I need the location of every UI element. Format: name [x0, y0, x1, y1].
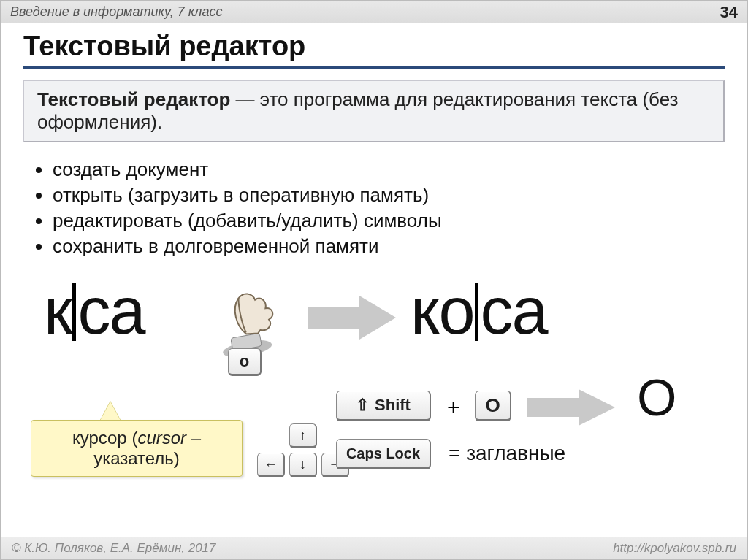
footer-url: http://kpolyakov.spb.ru: [613, 541, 736, 556]
shift-arrow-icon: ⇧: [356, 396, 369, 415]
definition-box: Текстовый редактор — это программа для р…: [23, 80, 725, 142]
definition-dash: —: [230, 88, 259, 110]
subject-label: Введение в информатику, 7 класс: [10, 4, 222, 20]
word-part: к: [44, 274, 71, 349]
svg-marker-2: [308, 296, 396, 340]
arrow-right-icon: [308, 296, 396, 340]
slide-title: Текстовый редактор: [23, 31, 725, 62]
caps-equals-text: = заглавные: [449, 442, 565, 465]
list-item: создать документ: [53, 158, 725, 181]
word-part: са: [77, 274, 144, 349]
bullet-list: создать документ открыть (загрузить в оп…: [53, 156, 725, 261]
text-cursor-icon: [475, 283, 478, 341]
copyright: © К.Ю. Поляков, Е.А. Ерёмин, 2017: [12, 541, 216, 556]
plus-sign: +: [447, 395, 460, 420]
page-number: 34: [720, 3, 738, 22]
word-after: ко са: [411, 274, 547, 349]
svg-marker-3: [527, 389, 615, 426]
callout-tail: [100, 402, 121, 421]
capslock-key: Caps Lock: [336, 439, 431, 469]
title-area: Текстовый редактор: [1, 23, 747, 72]
list-item: редактировать (добавить/удалить) символы: [53, 210, 725, 232]
arrow-up-key: ↑: [289, 423, 317, 448]
slide: Введение в информатику, 7 класс 34 Текст…: [0, 0, 748, 560]
title-rule: [23, 66, 725, 69]
text-cursor-icon: [72, 283, 76, 341]
word-part: ко: [411, 274, 473, 349]
arrow-right-icon: [527, 389, 615, 426]
key-upper-o: О: [475, 391, 511, 421]
footer-bar: © К.Ю. Поляков, Е.А. Ерёмин, 2017 http:/…: [1, 537, 747, 559]
callout-text: курсор (: [72, 428, 137, 448]
diagram-area: к са о ко са курсор (cursor – указатель)…: [1, 266, 747, 537]
arrow-down-key: ↓: [289, 453, 317, 477]
top-bar: Введение в информатику, 7 класс 34: [1, 1, 747, 23]
word-part: са: [480, 274, 546, 349]
arrow-left-key: ←: [257, 453, 285, 477]
key-o: о: [228, 348, 262, 376]
callout-italic: cursor: [137, 428, 186, 448]
shift-label: Shift: [375, 396, 411, 415]
result-upper-o: О: [637, 369, 676, 427]
list-item: сохранить в долговременной памяти: [53, 235, 725, 258]
cursor-callout: курсор (cursor – указатель): [31, 420, 243, 477]
word-before: к са: [44, 274, 144, 349]
shift-key: ⇧ Shift: [336, 391, 431, 421]
list-item: открыть (загрузить в оперативную память): [53, 184, 725, 207]
definition-term: Текстовый редактор: [37, 88, 230, 110]
